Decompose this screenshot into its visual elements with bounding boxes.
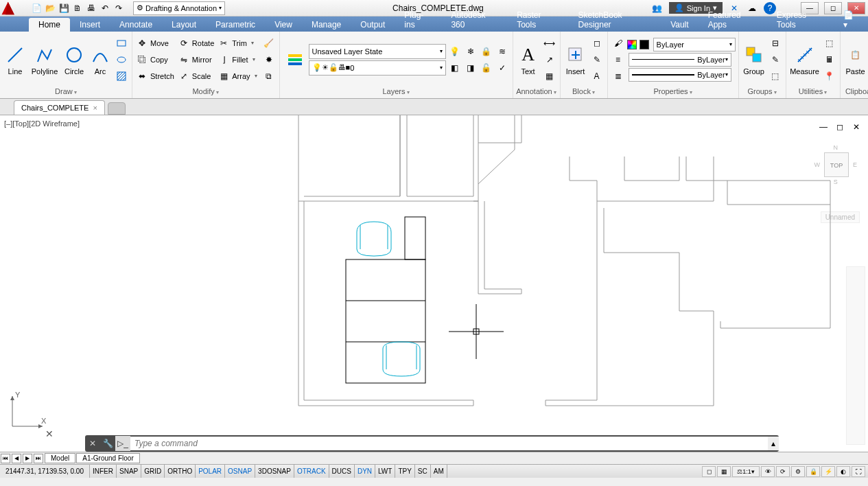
layer-make-icon[interactable]: ✓ <box>495 60 510 76</box>
create-block-icon[interactable]: ◻ <box>589 36 605 51</box>
tab-home[interactable]: Home <box>29 18 70 32</box>
move-tool[interactable]: ✥Move <box>135 36 176 51</box>
open-icon[interactable]: 📂 <box>44 2 56 14</box>
tab-view[interactable]: View <box>265 18 302 32</box>
toggle-otrack[interactable]: OTRACK <box>294 465 329 478</box>
color-dropdown[interactable]: ByLayer▾ <box>653 38 736 51</box>
layer-lock-icon[interactable]: 🔒 <box>479 44 494 59</box>
list-icon[interactable]: ≡ <box>611 52 626 67</box>
tab-autodesk-360[interactable]: Autodesk 360 <box>441 8 507 32</box>
layout-next-icon[interactable]: ▶ <box>23 454 32 463</box>
layer-properties-tool[interactable] <box>283 47 307 72</box>
redo-icon[interactable]: ↷ <box>113 2 125 14</box>
array-tool[interactable]: ▦Array▾ <box>217 69 259 84</box>
panel-draw-label[interactable]: Draw <box>3 86 129 97</box>
coordinates[interactable]: 21447.31, 17139.53, 0.00 <box>0 465 90 478</box>
tab-annotate[interactable]: Annotate <box>110 18 162 32</box>
dimension-icon[interactable]: ⟷ <box>542 36 557 51</box>
copy-tool[interactable]: ⿻Copy <box>135 52 176 67</box>
tab-featured-apps[interactable]: Featured Apps <box>699 8 767 32</box>
attr-icon[interactable]: A <box>589 69 605 84</box>
select-all-icon[interactable]: ⬚ <box>822 36 837 51</box>
rotate-tool[interactable]: ⟳Rotate <box>177 36 215 51</box>
panel-groups-label[interactable]: Groups <box>742 86 783 97</box>
cmd-config-icon[interactable]: 🔧 <box>100 436 115 451</box>
offset-icon[interactable]: ⧉ <box>261 69 277 84</box>
panel-clipboard-label[interactable]: Clipboard <box>843 86 868 97</box>
toggle-tpy[interactable]: TPY <box>395 465 414 478</box>
fillet-tool[interactable]: ⌋Fillet▾ <box>217 52 259 67</box>
hardware-accel-icon[interactable]: ⚡ <box>821 466 835 477</box>
panel-layers-label[interactable]: Layers <box>283 86 510 97</box>
rectangle-icon[interactable] <box>114 36 129 51</box>
toggle-3dosnap[interactable]: 3DOSNAP <box>255 465 294 478</box>
drawing-area[interactable]: [–][Top][2D Wireframe] — ◻ ✕ N W TOP E S… <box>0 115 868 452</box>
toggle-dyn[interactable]: DYN <box>355 465 375 478</box>
toggle-osnap[interactable]: OSNAP <box>225 465 255 478</box>
trim-tool[interactable]: ✂Trim▾ <box>217 36 259 51</box>
edit-block-icon[interactable]: ✎ <box>589 52 605 67</box>
new-icon[interactable]: 📄 <box>30 2 43 14</box>
plot-icon[interactable]: 🖶 <box>85 2 97 14</box>
workspace-dropdown[interactable]: ⚙ Drafting & Annotation ▾ <box>133 1 225 15</box>
polyline-tool[interactable]: Polyline <box>29 43 60 77</box>
text-tool[interactable]: AText <box>516 43 541 77</box>
toggle-ducs[interactable]: DUCS <box>329 465 355 478</box>
grid-display-icon[interactable]: ▦ <box>717 466 731 477</box>
tab-insert[interactable]: Insert <box>70 18 110 32</box>
toggle-grid[interactable]: GRID <box>141 465 165 478</box>
app-menu-button[interactable] <box>0 1 27 16</box>
tab-plug-ins[interactable]: Plug-ins <box>395 8 441 32</box>
toggle-infer[interactable]: INFER <box>90 465 117 478</box>
panel-block-label[interactable]: Block <box>563 86 605 97</box>
measure-tool[interactable]: Measure <box>789 43 821 77</box>
cmd-close-icon[interactable]: ✕ <box>85 436 100 451</box>
anno-visibility-icon[interactable]: 👁 <box>761 466 775 477</box>
tab-layout[interactable]: Layout <box>162 18 206 32</box>
explode-icon[interactable]: ✸ <box>261 52 277 67</box>
table-icon[interactable]: ▦ <box>542 69 557 84</box>
clean-screen-icon[interactable]: ⛶ <box>852 466 865 477</box>
leader-icon[interactable]: ↗ <box>542 52 557 67</box>
ucs-icon[interactable]: YX <box>7 391 48 434</box>
saveas-icon[interactable]: 🗎 <box>71 2 84 14</box>
stretch-tool[interactable]: ⬌Stretch <box>135 69 176 84</box>
cmd-prompt-icon[interactable]: ▷_ <box>115 436 130 451</box>
prop-icon[interactable]: ≣ <box>611 69 626 84</box>
anno-auto-icon[interactable]: ⟳ <box>776 466 790 477</box>
erase-icon[interactable]: 🧹 <box>261 36 277 51</box>
tab-parametric[interactable]: Parametric <box>206 18 265 32</box>
toggle-lwt[interactable]: LWT <box>375 465 395 478</box>
panel-utilities-label[interactable]: Utilities <box>789 86 837 97</box>
layout-first-icon[interactable]: ⏮ <box>1 454 10 463</box>
quick-calc-icon[interactable]: 🖩 <box>822 52 837 67</box>
ucs-close-icon[interactable]: ✕ <box>45 428 54 439</box>
layout-tab-sheet[interactable]: A1-Ground Floor <box>76 453 139 463</box>
insert-tool[interactable]: Insert <box>563 43 588 77</box>
tab-sketchbook-designer[interactable]: SketchBook Designer <box>569 8 661 32</box>
match-prop-icon[interactable]: 🖌 <box>611 36 626 51</box>
tab-output[interactable]: Output <box>351 18 395 32</box>
toggle-snap[interactable]: SNAP <box>117 465 141 478</box>
drawing-canvas[interactable] <box>0 115 868 452</box>
group-select-icon[interactable]: ⬚ <box>768 69 783 84</box>
toolbar-lock-icon[interactable]: 🔒 <box>806 466 820 477</box>
layer-off-icon[interactable]: 💡 <box>447 44 462 59</box>
mirror-tool[interactable]: ⇋Mirror <box>177 52 215 67</box>
toggle-polar[interactable]: POLAR <box>196 465 225 478</box>
arc-tool[interactable]: Arc <box>88 43 113 77</box>
group-edit-icon[interactable]: ✎ <box>768 52 783 67</box>
layer-dropdown[interactable]: 💡☀🔓🖶■ 0▾ <box>309 60 446 76</box>
circle-tool[interactable]: Circle <box>62 43 86 77</box>
ellipse-icon[interactable] <box>114 52 129 67</box>
tab-overflow[interactable]: 📄 ▾ <box>834 8 868 32</box>
file-tab[interactable]: Chairs_COMPLETE× <box>14 100 105 115</box>
layer-match-icon[interactable]: ≋ <box>495 44 510 59</box>
anno-scale-dropdown[interactable]: ⚖1:1▾ <box>732 466 760 477</box>
tab-express-tools[interactable]: Express Tools <box>767 8 834 32</box>
layer-state-dropdown[interactable]: Unsaved Layer State▾ <box>309 44 446 59</box>
panel-annotation-label[interactable]: Annotation <box>516 86 557 97</box>
workspace-switch-icon[interactable]: ⚙ <box>791 466 805 477</box>
paste-tool[interactable]: 📋Paste <box>843 43 868 77</box>
layout-prev-icon[interactable]: ◀ <box>12 454 21 463</box>
